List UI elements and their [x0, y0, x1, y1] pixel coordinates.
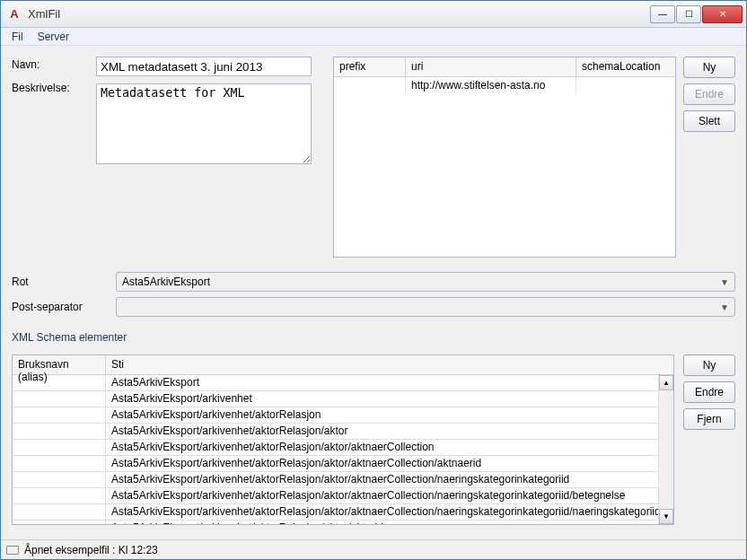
titlebar: A XmlFil — ☐ ✕	[1, 1, 746, 28]
schema-cell-alias[interactable]	[13, 391, 106, 407]
prefix-cell-prefix[interactable]	[334, 77, 406, 95]
schema-cell-alias[interactable]	[13, 456, 106, 471]
statusbar: Åpnet eksempelfil : Kl 12:23	[1, 539, 746, 559]
prefix-header-uri[interactable]: uri	[406, 57, 576, 76]
prefix-header-schemaloc[interactable]: schemaLocation	[576, 57, 675, 76]
schema-cell-alias[interactable]	[13, 375, 106, 390]
schema-cell-alias[interactable]	[13, 488, 106, 503]
schema-row[interactable]: Asta5ArkivEksport/arkivenhet/aktorRelasj…	[13, 424, 673, 440]
scroll-down-button[interactable]: ▼	[659, 509, 673, 524]
schema-row[interactable]: Asta5ArkivEksport/arkivenhet/aktorRelasj…	[13, 440, 673, 456]
schema-header-sti[interactable]: Sti	[106, 355, 673, 374]
menu-fil[interactable]: Fil	[6, 29, 29, 45]
schema-cell-alias[interactable]	[13, 424, 106, 439]
menu-server[interactable]: Server	[32, 29, 75, 45]
schema-fjern-button[interactable]: Fjern	[683, 408, 735, 430]
schema-table[interactable]: Bruksnavn (alias) Sti Asta5ArkivEksportA…	[12, 354, 674, 525]
rot-label: Rot	[12, 276, 107, 288]
window-title: XmlFil	[28, 7, 650, 21]
schema-row[interactable]: Asta5ArkivEksport/arkivenhet/aktorRelasj…	[13, 488, 673, 504]
schema-row[interactable]: Asta5ArkivEksport/arkivenhet/aktorRelasj…	[13, 504, 673, 521]
scroll-up-button[interactable]: ▲	[659, 375, 673, 390]
prefix-row[interactable]: http://www.stiftelsen-asta.no	[334, 77, 675, 95]
beskrivelse-input[interactable]: Metadatasett for XML	[96, 83, 312, 164]
schema-cell-alias[interactable]	[13, 440, 106, 455]
schema-cell-alias[interactable]	[13, 504, 106, 520]
menubar: Fil Server	[1, 28, 746, 46]
schema-row[interactable]: Asta5ArkivEksport/arkivenhet/aktorRelasj…	[13, 407, 673, 424]
postsep-combo[interactable]: ▼	[116, 297, 735, 317]
chevron-down-icon: ▼	[720, 277, 729, 287]
status-icon	[6, 546, 19, 555]
prefix-table[interactable]: prefix uri schemaLocation http://www.sti…	[333, 57, 676, 258]
beskrivelse-label: Beskrivelse:	[12, 82, 89, 94]
schema-cell-alias[interactable]	[13, 521, 106, 524]
schema-cell-sti[interactable]: Asta5ArkivEksport	[106, 375, 673, 390]
postsep-label: Post-separator	[12, 301, 107, 313]
maximize-button[interactable]: ☐	[676, 5, 701, 23]
content-area: Navn: Beskrivelse: Metadatasett for XML …	[1, 46, 746, 539]
schema-row[interactable]: Asta5ArkivEksport/arkivenhet	[13, 391, 673, 407]
navn-input[interactable]	[96, 57, 312, 76]
scrollbar[interactable]: ▲ ▼	[658, 375, 673, 524]
schema-cell-sti[interactable]: Asta5ArkivEksport/arkivenhet/aktorRelasj…	[106, 472, 673, 487]
navn-label: Navn:	[12, 58, 89, 71]
prefix-slett-button[interactable]: Slett	[683, 110, 735, 132]
schema-cell-sti[interactable]: Asta5ArkivEksport/arkivenhet/aktorRelasj…	[106, 407, 673, 423]
prefix-header-prefix[interactable]: prefix	[334, 57, 406, 76]
schema-header-alias[interactable]: Bruksnavn (alias)	[13, 355, 106, 374]
schema-cell-sti[interactable]: Asta5ArkivEksport/arkivenhet/aktorRelasj…	[106, 488, 673, 503]
status-text: Åpnet eksempelfil : Kl 12:23	[24, 544, 158, 556]
schema-cell-sti[interactable]: Asta5ArkivEksport/arkivenhet/aktorRelasj…	[106, 440, 673, 455]
schema-body: Asta5ArkivEksportAsta5ArkivEksport/arkiv…	[13, 375, 673, 524]
schema-row[interactable]: Asta5ArkivEksport/arkivenhet/aktorRelasj…	[13, 521, 673, 524]
schema-ny-button[interactable]: Ny	[683, 354, 735, 376]
schema-cell-sti[interactable]: Asta5ArkivEksport/arkivenhet/aktorRelasj…	[106, 424, 673, 439]
schema-cell-sti[interactable]: Asta5ArkivEksport/arkivenhet/aktorRelasj…	[106, 456, 673, 471]
schema-row[interactable]: Asta5ArkivEksport/arkivenhet/aktorRelasj…	[13, 472, 673, 488]
minimize-button[interactable]: —	[650, 5, 675, 23]
chevron-down-icon: ▼	[720, 302, 729, 312]
schema-cell-sti[interactable]: Asta5ArkivEksport/arkivenhet	[106, 391, 673, 407]
schema-endre-button[interactable]: Endre	[683, 381, 735, 403]
prefix-cell-uri[interactable]: http://www.stiftelsen-asta.no	[406, 77, 576, 95]
schema-cell-sti[interactable]: Asta5ArkivEksport/arkivenhet/aktorRelasj…	[106, 504, 673, 520]
window-buttons: — ☐ ✕	[650, 5, 743, 23]
schema-row[interactable]: Asta5ArkivEksport/arkivenhet/aktorRelasj…	[13, 456, 673, 472]
prefix-endre-button[interactable]: Endre	[683, 83, 735, 105]
schema-group-title: XML Schema elementer	[12, 331, 735, 344]
app-icon: A	[6, 6, 22, 22]
rot-value: Asta5ArkivEksport	[122, 276, 210, 288]
prefix-cell-schemaloc[interactable]	[576, 77, 675, 95]
schema-cell-sti[interactable]: Asta5ArkivEksport/arkivenhet/aktorRelasj…	[106, 521, 673, 524]
schema-cell-alias[interactable]	[13, 472, 106, 487]
schema-row[interactable]: Asta5ArkivEksport	[13, 375, 673, 391]
close-button[interactable]: ✕	[702, 5, 743, 23]
window: A XmlFil — ☐ ✕ Fil Server Navn: Beskrive…	[0, 0, 747, 560]
rot-combo[interactable]: Asta5ArkivEksport ▼	[116, 272, 735, 292]
schema-cell-alias[interactable]	[13, 407, 106, 423]
prefix-ny-button[interactable]: Ny	[683, 57, 735, 78]
